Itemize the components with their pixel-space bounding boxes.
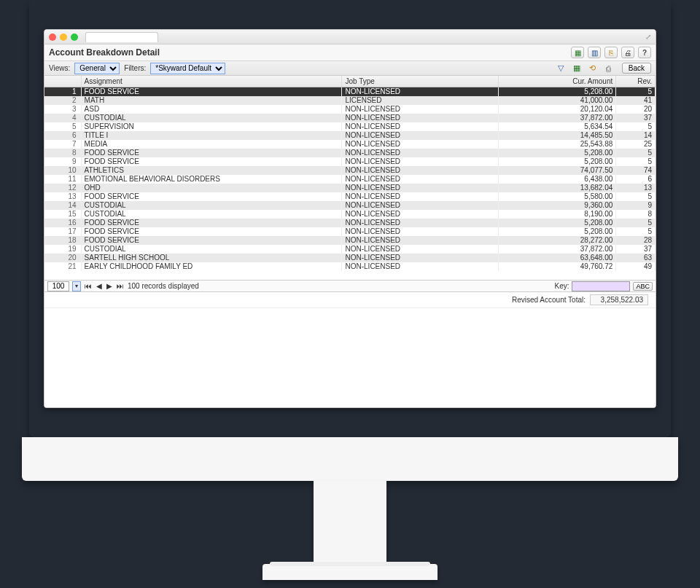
expand-icon[interactable]: ⤢ — [645, 33, 651, 41]
table-row[interactable]: 21EARLY CHILDHOOD FAMILY EDNON-LICENSED4… — [44, 262, 656, 271]
col-header-jobtype[interactable]: Job Type — [342, 76, 499, 87]
page-size-stepper[interactable]: ▾ — [72, 281, 81, 291]
views-select[interactable]: General — [74, 63, 120, 74]
prev-page-icon[interactable]: ◀ — [96, 282, 103, 290]
cell-rev: 41 — [616, 96, 656, 105]
cell-rev: 5 — [616, 157, 656, 166]
col-header-cur-amount[interactable]: Cur. Amount — [499, 76, 616, 87]
print-icon[interactable]: 🖨 — [621, 47, 634, 58]
cell-assignment: MEDIA — [81, 140, 342, 149]
table-row[interactable]: 11EMOTIONAL BEHAVIORAL DISORDERSNON-LICE… — [44, 175, 656, 184]
cell-jobtype: NON-LICENSED — [342, 192, 499, 201]
row-index: 21 — [44, 262, 81, 271]
cell-cur-amount: 6,438.00 — [499, 175, 616, 184]
excel-icon[interactable]: ▦ — [571, 63, 583, 74]
cell-jobtype: NON-LICENSED — [342, 262, 499, 271]
table-row[interactable]: 19CUSTODIALNON-LICENSED37,872.0037 — [44, 245, 656, 254]
maximize-icon[interactable] — [71, 34, 78, 41]
table-row[interactable]: 18FOOD SERVICENON-LICENSED28,272.0028 — [44, 236, 656, 245]
cell-rev: 5 — [616, 149, 656, 157]
table-row[interactable]: 12OHDNON-LICENSED13,682.0413 — [44, 184, 656, 192]
cell-jobtype: NON-LICENSED — [342, 114, 499, 122]
chart-icon[interactable]: ▥ — [588, 47, 601, 58]
cell-assignment: FOOD SERVICE — [81, 87, 342, 97]
col-header-index[interactable] — [44, 76, 81, 87]
cell-jobtype: NON-LICENSED — [342, 201, 499, 210]
table-row[interactable]: 3ASDNON-LICENSED20,120.0420 — [44, 105, 656, 114]
table-row[interactable]: 8FOOD SERVICENON-LICENSED5,208.005 — [44, 149, 656, 157]
cell-jobtype: NON-LICENSED — [342, 131, 499, 140]
total-row: Revised Account Total: 3,258,522.03 — [44, 292, 656, 308]
filters-select[interactable]: *Skyward Default — [150, 63, 225, 74]
cell-assignment: CUSTODIAL — [81, 201, 342, 210]
cell-jobtype: NON-LICENSED — [342, 210, 499, 219]
table-row[interactable]: 6TITLE INON-LICENSED14,485.5014 — [44, 131, 656, 140]
close-icon[interactable] — [49, 34, 56, 41]
cell-rev: 9 — [616, 201, 656, 210]
pager: ▾ ⏮ ◀ ▶ ⏭ 100 records displayed Key: ABC — [44, 280, 656, 292]
key-sort-button[interactable]: ABC — [633, 282, 653, 291]
cell-jobtype: NON-LICENSED — [342, 219, 499, 227]
export-excel-icon[interactable]: ▦ — [571, 47, 584, 58]
cell-rev: 37 — [616, 245, 656, 254]
filter-icon[interactable]: ▽ — [555, 63, 567, 74]
first-page-icon[interactable]: ⏮ — [84, 282, 93, 290]
cell-rev: 25 — [616, 140, 656, 149]
cell-jobtype: NON-LICENSED — [342, 157, 499, 166]
row-index: 12 — [44, 184, 81, 192]
row-index: 8 — [44, 149, 81, 157]
row-index: 16 — [44, 219, 81, 227]
cell-assignment: CUSTODIAL — [81, 114, 342, 122]
row-index: 7 — [44, 140, 81, 149]
table-row[interactable]: 2MATHLICENSED41,000.0041 — [44, 96, 656, 105]
cell-rev: 6 — [616, 175, 656, 184]
cell-cur-amount: 5,208.00 — [499, 227, 616, 236]
row-index: 19 — [44, 245, 81, 254]
table-row[interactable]: 20SARTELL HIGH SCHOOLNON-LICENSED63,648.… — [44, 254, 656, 262]
cell-assignment: FOOD SERVICE — [81, 149, 342, 157]
row-index: 5 — [44, 122, 81, 131]
cell-rev: 5 — [616, 219, 656, 227]
cell-assignment: FOOD SERVICE — [81, 157, 342, 166]
refresh-icon[interactable]: ⟲ — [587, 63, 599, 74]
cell-jobtype: NON-LICENSED — [342, 175, 499, 184]
cell-rev: 63 — [616, 254, 656, 262]
cell-assignment: FOOD SERVICE — [81, 227, 342, 236]
table-row[interactable]: 15CUSTODIALNON-LICENSED8,190.008 — [44, 210, 656, 219]
cell-jobtype: NON-LICENSED — [342, 236, 499, 245]
cell-jobtype: NON-LICENSED — [342, 184, 499, 192]
key-input[interactable] — [572, 281, 630, 291]
row-index: 17 — [44, 227, 81, 236]
print-grid-icon[interactable]: ⎙ — [603, 63, 615, 74]
table-row[interactable]: 7MEDIANON-LICENSED25,543.8825 — [44, 140, 656, 149]
row-index: 10 — [44, 166, 81, 175]
row-index: 2 — [44, 96, 81, 105]
row-index: 14 — [44, 201, 81, 210]
cell-jobtype: NON-LICENSED — [342, 166, 499, 175]
col-header-assignment[interactable]: Assignment — [81, 76, 342, 87]
cell-cur-amount: 5,634.54 — [499, 122, 616, 131]
col-header-rev[interactable]: Rev. — [616, 76, 656, 87]
help-icon[interactable]: ? — [638, 47, 651, 58]
browser-tab[interactable] — [85, 32, 158, 42]
minimize-icon[interactable] — [60, 34, 67, 41]
table-row[interactable]: 4CUSTODIALNON-LICENSED37,872.0037 — [44, 114, 656, 122]
row-index: 1 — [44, 87, 81, 97]
table-row[interactable]: 13FOOD SERVICENON-LICENSED5,580.005 — [44, 192, 656, 201]
table-row[interactable]: 1FOOD SERVICENON-LICENSED5,208.005 — [44, 87, 656, 97]
last-page-icon[interactable]: ⏭ — [116, 282, 125, 290]
cell-assignment: CUSTODIAL — [81, 245, 342, 254]
back-button[interactable]: Back — [622, 63, 651, 74]
table-row[interactable]: 10ATHLETICSNON-LICENSED74,077.5074 — [44, 166, 656, 175]
next-page-icon[interactable]: ▶ — [106, 282, 113, 290]
table-row[interactable]: 9FOOD SERVICENON-LICENSED5,208.005 — [44, 157, 656, 166]
table-row[interactable]: 17FOOD SERVICENON-LICENSED5,208.005 — [44, 227, 656, 236]
cell-rev: 28 — [616, 236, 656, 245]
copy-icon[interactable]: ⎘ — [604, 47, 618, 58]
table-row[interactable]: 16FOOD SERVICENON-LICENSED5,208.005 — [44, 219, 656, 227]
table-row[interactable]: 5SUPERVISIONNON-LICENSED5,634.545 — [44, 122, 656, 131]
cell-cur-amount: 49,760.72 — [499, 262, 616, 271]
page-size-input[interactable] — [47, 281, 69, 291]
table-row[interactable]: 14CUSTODIALNON-LICENSED9,360.009 — [44, 201, 656, 210]
views-label: Views: — [49, 64, 70, 72]
